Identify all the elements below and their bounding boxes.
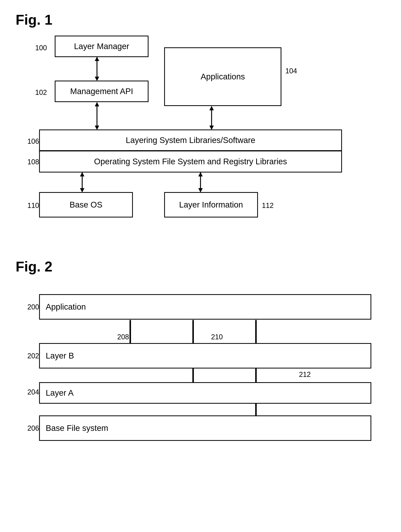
svg-marker-7 xyxy=(209,126,214,130)
fig2-label: Fig. 2 xyxy=(16,259,385,275)
svg-marker-2 xyxy=(95,57,99,61)
svg-marker-5 xyxy=(95,102,99,106)
svg-marker-11 xyxy=(80,172,84,177)
box-management-api: Management API xyxy=(55,81,148,102)
ref-108: 108 xyxy=(27,158,39,166)
ref-208: 208 xyxy=(117,333,129,341)
svg-marker-10 xyxy=(80,188,84,192)
page: Fig. 1 xyxy=(0,0,401,532)
ref-204: 204 xyxy=(27,388,39,396)
fig1-diagram: Layer Manager Management API Application… xyxy=(16,36,385,227)
svg-marker-4 xyxy=(95,126,99,130)
svg-marker-8 xyxy=(209,106,214,110)
box-layer-info: Layer Information xyxy=(164,192,258,217)
fig1-label: Fig. 1 xyxy=(16,12,385,28)
svg-marker-14 xyxy=(198,172,203,177)
ref-112: 112 xyxy=(262,202,274,210)
box-application: Application xyxy=(39,294,371,320)
ref-212: 212 xyxy=(299,370,311,379)
box-base-file: Base File system xyxy=(39,415,371,441)
ref-110: 110 xyxy=(27,202,39,210)
svg-marker-13 xyxy=(198,188,203,192)
box-applications: Applications xyxy=(164,47,281,106)
box-layer-manager: Layer Manager xyxy=(55,36,148,57)
ref-206: 206 xyxy=(27,424,39,432)
ref-210: 210 xyxy=(211,333,223,341)
ref-106: 106 xyxy=(27,137,39,146)
svg-marker-1 xyxy=(95,77,99,81)
box-base-os: Base OS xyxy=(39,192,133,217)
ref-100: 100 xyxy=(35,44,47,52)
fig1-section: Fig. 1 xyxy=(16,12,385,227)
fig2-diagram: Application Layer B Layer A Base File sy… xyxy=(16,282,385,474)
box-layering-system: Layering System Libraries/Software xyxy=(39,129,342,151)
ref-102: 102 xyxy=(35,89,47,97)
box-layer-b: Layer B xyxy=(39,343,371,368)
box-os-file-system: Operating System File System and Registr… xyxy=(39,151,342,172)
ref-202: 202 xyxy=(27,352,39,360)
ref-104: 104 xyxy=(285,67,297,75)
ref-200: 200 xyxy=(27,303,39,311)
box-layer-a: Layer A xyxy=(39,382,371,404)
fig2-section: Fig. 2 Application Layer B xyxy=(16,259,385,474)
